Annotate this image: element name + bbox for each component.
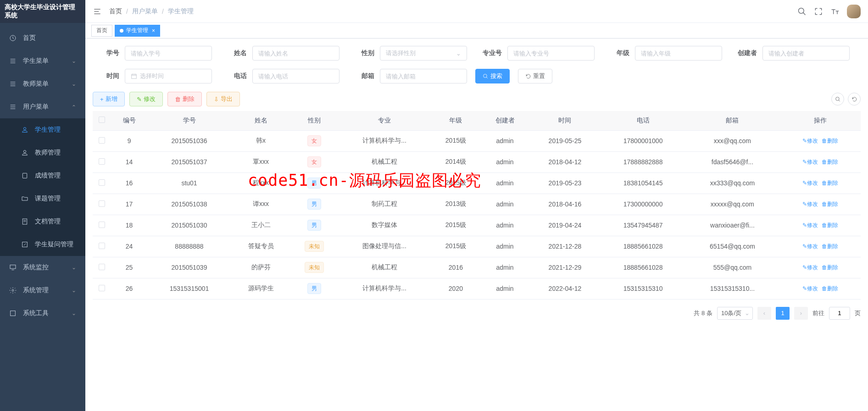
row-delete-link[interactable]: 🗑删除 <box>822 243 838 250</box>
breadcrumb-home[interactable]: 首页 <box>109 7 122 16</box>
avatar[interactable] <box>847 5 861 18</box>
row-checkbox[interactable] <box>99 137 105 144</box>
row-checkbox[interactable] <box>99 200 105 207</box>
sidebar-item-grade-mgmt[interactable]: 成绩管理 <box>0 164 85 187</box>
name-input[interactable] <box>252 46 339 61</box>
table-row: 24 88888888 答疑专员 未知 图像处理与信... 2015级 admi… <box>93 236 861 257</box>
sidebar-item-teacher-mgmt[interactable]: 教师管理 <box>0 141 85 164</box>
goto-label: 前往 <box>812 309 824 317</box>
cell-major: 计算机科学与... <box>339 278 431 299</box>
chevron-down-icon: ⌄ <box>72 58 76 64</box>
svg-point-1 <box>23 128 26 130</box>
sidebar-label-home: 首页 <box>23 34 36 42</box>
row-checkbox[interactable] <box>99 222 105 228</box>
cell-name: 覃xxx <box>231 151 290 172</box>
refresh-icon[interactable] <box>848 93 861 106</box>
page-size-label: 10条/页 <box>721 309 741 317</box>
row-edit-link[interactable]: ✎修改 <box>802 159 818 165</box>
export-button[interactable]: ⇩ 导出 <box>206 92 240 106</box>
close-icon[interactable]: × <box>152 28 155 34</box>
sidebar-item-student-menu[interactable]: 学生菜单 ⌄ <box>0 50 85 72</box>
row-edit-link[interactable]: ✎修改 <box>802 138 818 144</box>
phone-input[interactable] <box>252 69 339 83</box>
prev-page-button[interactable]: ‹ <box>757 307 771 320</box>
sidebar-label: 系统监控 <box>23 263 49 272</box>
row-checkbox[interactable] <box>99 179 105 186</box>
search-toggle-icon[interactable] <box>831 93 844 106</box>
hamburger-icon[interactable] <box>93 7 102 16</box>
sidebar-item-student-mgmt[interactable]: 学生管理 <box>0 118 85 141</box>
sidebar-item-home[interactable]: 首页 <box>0 27 85 50</box>
delete-button[interactable]: 🗑 删除 <box>167 92 202 106</box>
cell-email: 15315315310... <box>685 278 780 299</box>
sidebar-item-teacher-menu[interactable]: 教师菜单 ⌄ <box>0 72 85 95</box>
grade-input[interactable] <box>635 46 722 61</box>
tab-home[interactable]: 首页 <box>91 25 112 37</box>
page-1-button[interactable]: 1 <box>776 307 790 320</box>
row-checkbox[interactable] <box>99 285 105 291</box>
sidebar-item-system-mgmt[interactable]: 系统管理 ⌄ <box>0 279 85 302</box>
row-edit-link[interactable]: ✎修改 <box>802 222 818 228</box>
row-edit-link[interactable]: ✎修改 <box>802 243 818 250</box>
reset-button[interactable]: 重置 <box>518 69 552 83</box>
chevron-down-icon: ⌄ <box>72 81 76 87</box>
gender-tag: 未知 <box>305 262 324 273</box>
time-picker[interactable]: 选择时间 <box>125 69 212 83</box>
add-button[interactable]: + 新增 <box>93 92 125 106</box>
fullscreen-icon[interactable] <box>814 7 823 16</box>
cell-gender: 男 <box>290 172 338 194</box>
edit-button[interactable]: ✎ 修改 <box>129 92 163 106</box>
data-table: 编号 学号 姓名 性别 专业 年级 创建者 时间 电话 邮箱 操作 9 20 <box>93 111 861 300</box>
row-delete-link[interactable]: 🗑删除 <box>822 138 838 144</box>
list-icon <box>9 57 17 65</box>
sidebar-item-user-menu[interactable]: 用户菜单 ⌄ <box>0 95 85 118</box>
gender-select[interactable]: 请选择性别⌄ <box>380 46 467 61</box>
sidebar-item-system-monitor[interactable]: 系统监控 ⌄ <box>0 256 85 279</box>
cell-gender: 男 <box>290 215 338 236</box>
col-sno: 学号 <box>147 111 231 130</box>
row-delete-link[interactable]: 🗑删除 <box>822 180 838 186</box>
table-row: 14 2015051037 覃xxx 女 机械工程 2014级 admin 20… <box>93 151 861 172</box>
creator-input[interactable] <box>762 46 850 61</box>
cell-id: 24 <box>111 236 147 257</box>
btn-label: 导出 <box>221 95 233 103</box>
row-checkbox[interactable] <box>99 264 105 270</box>
email-label: 邮箱 <box>348 72 380 80</box>
row-edit-link[interactable]: ✎修改 <box>802 285 818 292</box>
goto-page-input[interactable] <box>829 307 850 320</box>
row-edit-link[interactable]: ✎修改 <box>802 264 818 271</box>
row-checkbox[interactable] <box>99 158 105 165</box>
select-all-checkbox[interactable] <box>99 117 105 123</box>
next-page-button[interactable]: › <box>794 307 808 320</box>
row-delete-link[interactable]: 🗑删除 <box>822 285 838 292</box>
row-checkbox[interactable] <box>99 243 105 249</box>
student-no-input[interactable] <box>125 46 212 61</box>
email-input[interactable] <box>380 69 467 83</box>
major-no-input[interactable] <box>507 46 595 61</box>
page-size-select[interactable]: 10条/页⌄ <box>717 307 753 320</box>
sidebar-label: 系统管理 <box>23 286 49 294</box>
list-icon <box>9 103 17 111</box>
row-delete-link[interactable]: 🗑删除 <box>822 201 838 207</box>
breadcrumb-parent[interactable]: 用户菜单 <box>132 7 158 16</box>
tab-student-mgmt[interactable]: 学生管理 × <box>115 25 160 37</box>
search-icon[interactable] <box>797 7 807 16</box>
row-delete-link[interactable]: 🗑删除 <box>822 159 838 165</box>
svg-point-11 <box>484 74 487 78</box>
row-delete-link[interactable]: 🗑删除 <box>822 264 838 271</box>
sidebar-item-topic-mgmt[interactable]: 课题管理 <box>0 187 85 210</box>
cell-time: 2019-05-23 <box>529 172 601 194</box>
cell-phone: 15315315310 <box>601 278 685 299</box>
table-row: 9 2015051036 韩x 女 计算机科学与... 2015级 admin … <box>93 130 861 151</box>
font-size-icon[interactable] <box>830 7 840 16</box>
row-edit-link[interactable]: ✎修改 <box>802 201 818 207</box>
search-button[interactable]: 搜索 <box>475 69 510 83</box>
sidebar-item-doc-mgmt[interactable]: 文档管理 <box>0 210 85 233</box>
cell-phone: 17300000000 <box>601 194 685 215</box>
row-edit-link[interactable]: ✎修改 <box>802 180 818 186</box>
sidebar-item-system-tools[interactable]: 系统工具 ⌄ <box>0 302 85 325</box>
sidebar-item-question-mgmt[interactable]: 学生疑问管理 <box>0 233 85 256</box>
row-delete-link[interactable]: 🗑删除 <box>822 222 838 228</box>
dashboard-icon <box>9 34 17 42</box>
svg-rect-3 <box>22 173 27 178</box>
